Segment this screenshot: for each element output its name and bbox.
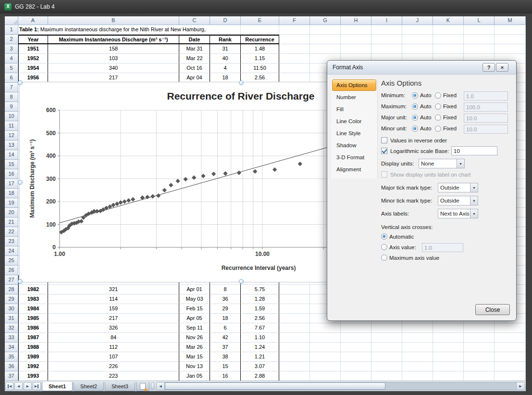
cell-B4[interactable]: 103 — [48, 54, 179, 64]
tab-sheet1[interactable]: Sheet1 — [42, 382, 73, 391]
column-header-E[interactable]: E — [241, 16, 279, 25]
y-axis-title[interactable]: Maximum Discharge (m³ s⁻¹) — [29, 139, 36, 217]
crosses-axis-value-radio[interactable] — [381, 244, 387, 250]
cell-B31[interactable]: 217 — [48, 314, 179, 323]
data-point[interactable] — [253, 169, 257, 174]
cell-I37[interactable] — [371, 371, 402, 381]
minimum-auto-radio[interactable] — [412, 92, 418, 99]
data-point[interactable] — [298, 162, 302, 166]
crosses-maximum-radio[interactable] — [381, 255, 387, 261]
cell-A30[interactable]: 1984 — [18, 304, 48, 314]
cell-H1[interactable] — [341, 25, 371, 35]
cell-F6[interactable] — [279, 73, 310, 83]
column-header-C[interactable]: C — [179, 16, 210, 25]
row-header-6[interactable]: 6 — [5, 73, 18, 83]
row-header-4[interactable]: 4 — [5, 54, 18, 64]
row-header-14[interactable]: 14 — [5, 150, 18, 160]
cell-G34[interactable] — [310, 343, 341, 352]
cell-M37[interactable] — [495, 371, 526, 381]
nav-3d-format[interactable]: 3-D Format — [332, 152, 376, 163]
cell-H33[interactable] — [341, 333, 371, 343]
cell-M35[interactable] — [495, 352, 526, 362]
cell-F33[interactable] — [279, 333, 310, 343]
data-point[interactable] — [169, 183, 173, 188]
cell-I35[interactable] — [371, 352, 402, 362]
cell-A31[interactable]: 1985 — [18, 314, 48, 323]
cell-D34[interactable]: 37 — [210, 343, 241, 352]
row-header-3[interactable]: 3 — [5, 44, 18, 54]
cell-E36[interactable]: 3.07 — [241, 362, 279, 371]
cell-A3[interactable]: 1951 — [18, 44, 48, 54]
row-header-34[interactable]: 34 — [5, 343, 18, 352]
column-header-M[interactable]: M — [495, 16, 526, 25]
column-header-H[interactable]: H — [341, 16, 371, 25]
row-header-24[interactable]: 24 — [5, 246, 18, 256]
cell-C34[interactable]: Mar 26 — [179, 343, 210, 352]
cell-I2[interactable] — [371, 35, 402, 44]
cell-L32[interactable] — [464, 323, 495, 333]
cell-M34[interactable] — [495, 343, 526, 352]
row-header-12[interactable]: 12 — [5, 131, 18, 140]
cell-J34[interactable] — [402, 343, 433, 352]
cell-E2[interactable]: Recurrence — [241, 35, 279, 44]
cell-F28[interactable] — [279, 285, 310, 294]
cell-E34[interactable]: 1.24 — [241, 343, 279, 352]
chart-selection-handle[interactable] — [18, 80, 23, 85]
data-point[interactable] — [151, 194, 155, 199]
row-header-7[interactable]: 7 — [5, 83, 18, 92]
cell-F29[interactable] — [279, 294, 310, 304]
cell-D33[interactable]: 42 — [210, 333, 241, 343]
cell-B35[interactable]: 107 — [48, 352, 179, 362]
cell-K2[interactable] — [433, 35, 464, 44]
cell-C35[interactable]: Mar 15 — [179, 352, 210, 362]
cell-A28[interactable]: 1982 — [18, 285, 48, 294]
y-tick-label[interactable]: 400 — [46, 153, 56, 159]
dialog-help-button[interactable]: ? — [483, 63, 495, 72]
cell-B6[interactable]: 217 — [48, 73, 179, 83]
cell-H35[interactable] — [341, 352, 371, 362]
cell-A34[interactable]: 1988 — [18, 343, 48, 352]
cell-G33[interactable] — [310, 333, 341, 343]
nav-axis-options[interactable]: Axis Options — [332, 79, 376, 91]
cell-K36[interactable] — [433, 362, 464, 371]
data-point[interactable] — [131, 197, 135, 202]
cell-C29[interactable]: May 03 — [179, 294, 210, 304]
major-tick-dropdown[interactable]: Outside ▼ — [438, 183, 478, 192]
values-reverse-checkbox[interactable] — [381, 137, 387, 143]
row-header-2[interactable]: 2 — [5, 35, 18, 44]
cell-B28[interactable]: 321 — [48, 285, 179, 294]
cell-A1[interactable]: Table 1: Maximum instantaneous discharge… — [18, 25, 48, 35]
select-all-corner[interactable] — [5, 16, 18, 25]
cell-A29[interactable]: 1983 — [18, 294, 48, 304]
cell-J3[interactable] — [402, 44, 433, 54]
cell-C32[interactable]: Sep 11 — [179, 323, 210, 333]
data-point[interactable] — [162, 188, 167, 192]
cell-B30[interactable]: 159 — [48, 304, 179, 314]
axis-labels-dropdown[interactable]: Next to Axis ▼ — [438, 209, 478, 218]
horizontal-scrollbar[interactable]: ◀ ▶ — [156, 382, 525, 390]
cell-D32[interactable]: 6 — [210, 323, 241, 333]
cell-F2[interactable] — [279, 35, 310, 44]
cell-C2[interactable]: Date — [179, 35, 210, 44]
cell-D1[interactable] — [210, 25, 241, 35]
cell-H37[interactable] — [341, 371, 371, 381]
cell-A5[interactable]: 1954 — [18, 64, 48, 73]
y-tick-label[interactable]: 100 — [46, 221, 56, 228]
cell-J2[interactable] — [402, 35, 433, 44]
chart-selection-handle[interactable] — [239, 279, 244, 284]
cell-K33[interactable] — [433, 333, 464, 343]
tab-scroll-first-button[interactable]: ◀ — [5, 382, 13, 390]
cell-G2[interactable] — [310, 35, 341, 44]
cell-L36[interactable] — [464, 362, 495, 371]
row-header-27[interactable]: 27 — [5, 275, 18, 285]
cell-C6[interactable]: Apr 04 — [179, 73, 210, 83]
logarithmic-scale-checkbox[interactable] — [381, 148, 387, 154]
cell-F4[interactable] — [279, 54, 310, 64]
cell-B3[interactable]: 158 — [48, 44, 179, 54]
y-tick-label[interactable]: 600 — [46, 107, 56, 114]
y-tick-label[interactable]: 300 — [46, 176, 56, 182]
cell-F35[interactable] — [279, 352, 310, 362]
cell-C4[interactable]: Mar 22 — [179, 54, 210, 64]
cell-H3[interactable] — [341, 44, 371, 54]
column-header-A[interactable]: A — [18, 16, 48, 25]
